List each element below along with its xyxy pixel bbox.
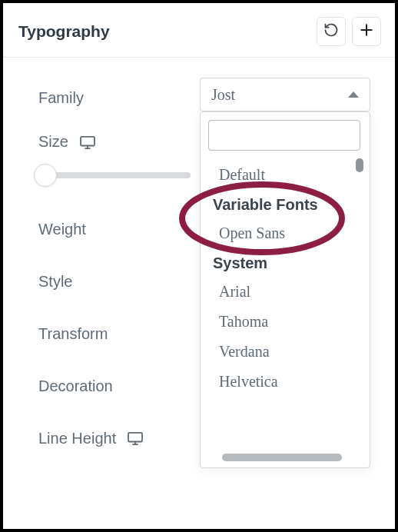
size-slider-thumb[interactable]	[34, 164, 57, 187]
horizontal-scrollbar[interactable]	[222, 454, 342, 461]
font-group-system: System	[211, 248, 365, 277]
font-family-dropdown: Default Variable Fonts Open Sans System …	[200, 111, 370, 468]
line-height-label: Line Height	[38, 430, 177, 447]
size-label-text: Size	[38, 133, 68, 151]
font-group-variable-fonts: Variable Fonts	[211, 190, 365, 218]
vertical-scrollbar[interactable]	[356, 158, 363, 172]
header-actions	[317, 17, 381, 46]
line-height-label-text: Line Height	[38, 430, 116, 447]
typography-panel: Family Size Weight Style Transform Decor…	[3, 58, 395, 455]
plus-icon	[359, 22, 374, 41]
font-search-input[interactable]	[208, 120, 360, 151]
font-list: Default Variable Fonts Open Sans System …	[207, 157, 365, 391]
font-list-wrap: Default Variable Fonts Open Sans System …	[207, 157, 365, 449]
size-label: Size	[38, 133, 177, 151]
font-option-default[interactable]: Default	[211, 160, 365, 190]
decoration-label: Decoration	[38, 377, 177, 395]
transform-label: Transform	[38, 325, 177, 343]
family-label: Family	[38, 89, 177, 107]
svg-rect-5	[128, 433, 142, 442]
weight-label: Weight	[38, 221, 177, 238]
font-option-verdana[interactable]: Verdana	[211, 337, 365, 367]
panel-header: Typography	[3, 9, 395, 58]
font-option-tahoma[interactable]: Tahoma	[211, 307, 365, 337]
reset-icon	[323, 22, 339, 41]
desktop-icon[interactable]	[79, 135, 96, 149]
panel-title: Typography	[18, 22, 110, 41]
size-slider[interactable]	[37, 172, 191, 178]
font-family-select[interactable]: Jost	[200, 78, 370, 111]
style-label: Style	[38, 273, 177, 291]
font-option-open-sans[interactable]: Open Sans	[211, 218, 365, 248]
font-family-selected: Jost	[211, 86, 235, 104]
svg-rect-2	[81, 136, 95, 145]
font-option-helvetica[interactable]: Helvetica	[211, 367, 365, 391]
font-option-arial[interactable]: Arial	[211, 277, 365, 307]
add-button[interactable]	[352, 17, 381, 46]
reset-button[interactable]	[317, 17, 346, 46]
desktop-icon[interactable]	[127, 431, 144, 445]
chevron-up-icon	[348, 91, 359, 98]
